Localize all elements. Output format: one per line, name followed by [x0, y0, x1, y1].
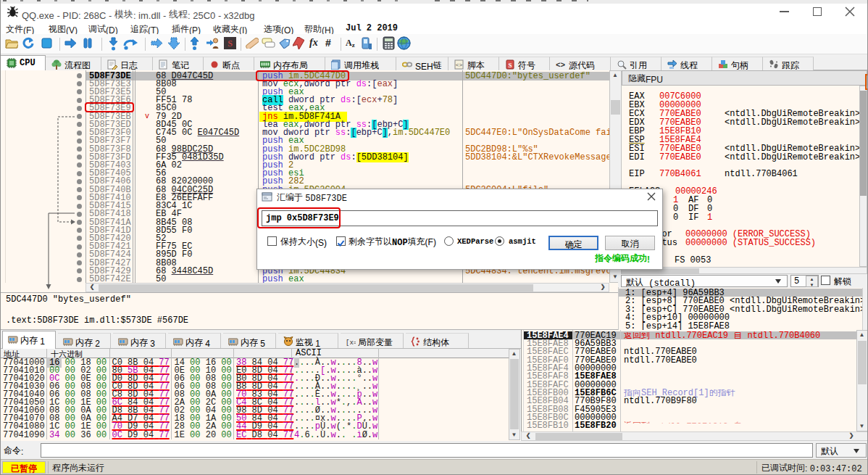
svg-text:<>: <> [456, 62, 463, 68]
svg-text:S: S [228, 38, 233, 49]
svg-text:[x=]: [x=] [346, 339, 356, 347]
svg-text:<>: <> [556, 61, 566, 70]
svg-text:S: S [508, 62, 512, 69]
